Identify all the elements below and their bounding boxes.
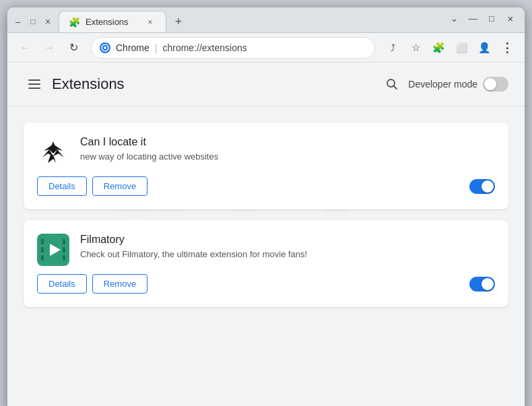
forward-button[interactable]: →	[38, 37, 60, 59]
filmatory-info: Filmatory Check out Filmatory, the ultim…	[80, 234, 495, 261]
svg-rect-15	[63, 247, 65, 252]
extension-card-filmatory: Filmatory Check out Filmatory, the ultim…	[24, 220, 508, 307]
back-button[interactable]: ←	[14, 37, 36, 59]
page-title: Extensions	[52, 75, 381, 93]
can-i-locate-it-toggle-area	[469, 179, 495, 194]
can-i-locate-it-name: Can I locate it	[80, 136, 495, 148]
can-i-locate-it-toggle[interactable]	[469, 179, 495, 194]
tab-title-label: Extensions	[86, 17, 139, 27]
nav-bar: ← → ↻ Chrome | chrome://extensions ⤴ ☆ 🧩…	[7, 33, 525, 63]
can-i-locate-it-toggle-knob	[481, 180, 494, 193]
filmatory-toggle-knob	[481, 278, 494, 290]
filmatory-logo	[37, 234, 69, 266]
svg-marker-6	[44, 144, 63, 154]
card-top: Can I locate it new way of locating acti…	[37, 136, 495, 168]
menu-button[interactable]: ⋮	[496, 37, 518, 59]
card-top: Filmatory Check out Filmatory, the ultim…	[37, 234, 495, 266]
developer-mode-label: Developer mode	[408, 79, 477, 90]
filmatory-toggle[interactable]	[469, 277, 495, 292]
address-separator: |	[155, 42, 158, 53]
win-minimize-button[interactable]: —	[464, 9, 481, 27]
tab-close-button[interactable]: ×	[144, 16, 156, 28]
active-tab[interactable]: 🧩 Extensions ×	[59, 11, 166, 32]
title-bar-controls: ⌄ — □ ×	[445, 9, 519, 32]
svg-point-1	[104, 46, 106, 49]
developer-mode-toggle-knob	[484, 78, 496, 90]
can-i-locate-it-desc: new way of locating active websites	[80, 151, 495, 163]
window-controls: – □ ×	[13, 16, 53, 32]
filmatory-toggle-area	[469, 277, 495, 292]
chrome-icon	[100, 42, 110, 53]
maximize-button[interactable]: □	[28, 16, 38, 27]
share-button[interactable]: ⤴	[382, 37, 403, 59]
nav-right-buttons: ⤴ ☆ 🧩 ⬜ 👤 ⋮	[382, 37, 518, 59]
browser-window: – □ × 🧩 Extensions × + ⌄ — □ × ← → ↻	[7, 7, 525, 406]
can-i-locate-it-logo	[37, 136, 69, 168]
filmatory-details-button[interactable]: Details	[37, 274, 87, 294]
developer-mode-toggle[interactable]	[483, 77, 508, 92]
filmatory-desc: Check out Filmatory, the ultimate extens…	[80, 248, 495, 261]
card-bottom: Details Remove	[37, 176, 495, 196]
svg-line-3	[394, 86, 397, 90]
minimize-button[interactable]: –	[13, 16, 24, 27]
svg-rect-13	[41, 255, 44, 261]
card-bottom: Details Remove	[37, 274, 495, 294]
ham-line-1	[28, 79, 40, 81]
extensions-button[interactable]: 🧩	[428, 37, 449, 59]
can-i-locate-it-info: Can I locate it new way of locating acti…	[80, 136, 495, 163]
split-screen-button[interactable]: ⬜	[451, 37, 472, 59]
can-i-locate-it-remove-button[interactable]: Remove	[92, 176, 147, 196]
developer-mode-section: Developer mode	[381, 73, 508, 95]
win-dropdown-button[interactable]: ⌄	[445, 9, 463, 27]
browser-label: Chrome	[116, 42, 149, 53]
ham-line-3	[28, 88, 40, 89]
tab-bar: – □ × 🧩 Extensions × +	[13, 11, 445, 32]
extensions-page: Extensions Developer mode	[7, 63, 525, 406]
address-url: chrome://extensions	[162, 42, 246, 53]
extensions-header: Extensions Developer mode	[7, 63, 525, 106]
svg-rect-16	[63, 255, 65, 261]
hamburger-menu-button[interactable]	[24, 73, 45, 95]
address-bar[interactable]: Chrome | chrome://extensions	[91, 37, 375, 59]
filmatory-name: Filmatory	[80, 234, 495, 246]
new-tab-button[interactable]: +	[169, 12, 188, 31]
svg-rect-12	[41, 247, 44, 252]
win-close-button[interactable]: ×	[502, 9, 519, 27]
extension-card-can-i-locate-it: Can I locate it new way of locating acti…	[24, 123, 508, 209]
profile-button[interactable]: 👤	[473, 37, 495, 59]
title-bar: – □ × 🧩 Extensions × + ⌄ — □ ×	[7, 7, 525, 33]
svg-rect-11	[41, 239, 44, 244]
close-button[interactable]: ×	[42, 16, 53, 27]
svg-rect-14	[63, 239, 65, 244]
search-button[interactable]	[381, 73, 403, 95]
extension-cards-area: 911	[7, 106, 525, 323]
ham-line-2	[28, 83, 40, 85]
filmatory-remove-button[interactable]: Remove	[92, 274, 147, 294]
win-maximize-button[interactable]: □	[483, 9, 500, 27]
tab-extensions-icon: 🧩	[69, 17, 80, 28]
page-content: Extensions Developer mode	[7, 63, 525, 406]
can-i-locate-it-details-button[interactable]: Details	[37, 176, 87, 196]
svg-marker-9	[48, 155, 56, 163]
refresh-button[interactable]: ↻	[63, 37, 84, 59]
bookmark-button[interactable]: ☆	[405, 37, 426, 59]
